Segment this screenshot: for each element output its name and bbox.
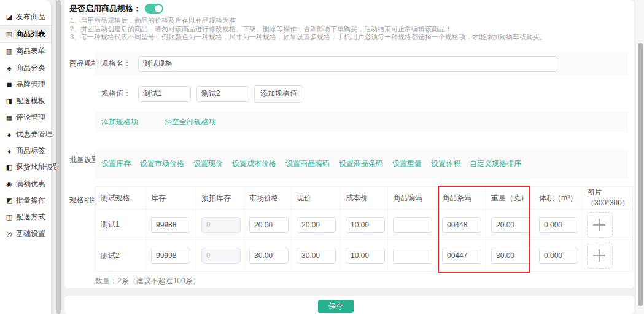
- page-scrollbar-track[interactable]: [636, 0, 644, 314]
- barcode-input[interactable]: [442, 248, 481, 264]
- image-upload-plus-icon[interactable]: [587, 212, 613, 238]
- product-code-input[interactable]: [393, 217, 432, 233]
- cost-price-input[interactable]: [346, 248, 385, 264]
- volume-input[interactable]: [539, 248, 578, 264]
- weight-input[interactable]: [491, 248, 530, 264]
- barcode-input[interactable]: [442, 217, 481, 233]
- spec-help-notes: 1、启用商品规格后，商品的价格及库存以商品规格为准 2、拼团活动创建后的商品，请…: [70, 17, 546, 42]
- sidebar-item-label: 批量操作: [16, 195, 45, 206]
- market-cell: [244, 210, 292, 240]
- category-tree-icon: ♣: [6, 65, 13, 72]
- table-header-cell: 图片（300*300）: [582, 187, 632, 210]
- spec-value-input[interactable]: [138, 86, 191, 102]
- table-header-cell: 重量（克）: [486, 187, 534, 210]
- market-price-input[interactable]: [249, 248, 289, 264]
- image-cell: [582, 210, 632, 240]
- stock-input[interactable]: [151, 248, 190, 264]
- batch-setting-link[interactable]: 设置重量: [392, 159, 422, 169]
- batch-section-label: 批量设置: [69, 155, 99, 165]
- batch-setting-link[interactable]: 设置商品条码: [339, 159, 383, 169]
- sidebar-item-goods-list[interactable]: ▤商品列表: [0, 25, 51, 43]
- table-header-cell: 现价: [292, 187, 341, 210]
- sidebar-scrollbar[interactable]: [56, 0, 61, 314]
- image-upload-plus-icon[interactable]: [587, 243, 613, 269]
- volume-input[interactable]: [539, 217, 578, 233]
- volume-cell: [534, 210, 582, 240]
- save-button[interactable]: 保存: [318, 300, 354, 313]
- sidebar-item-label: 商品列表: [16, 29, 45, 39]
- truck-icon: ◨: [6, 97, 13, 105]
- product-code-input[interactable]: [393, 248, 432, 264]
- cost-price-input[interactable]: [346, 217, 385, 233]
- discount-icon: ◉: [6, 180, 13, 188]
- table-header-cell: 商品条码: [437, 187, 486, 210]
- spec-links-row: 添加规格项 清空全部规格项: [95, 112, 628, 132]
- note-line: 2、拼团活动创建后的商品，请勿对该商品进行修改规格、下架、删除等操作，否则影响下…: [70, 25, 546, 34]
- batch-setting-link[interactable]: 自定义规格排序: [470, 159, 521, 169]
- stock-input[interactable]: [151, 217, 190, 233]
- sidebar-item-delivery-method[interactable]: ◫配送方式: [0, 209, 51, 226]
- image-cell: [582, 240, 632, 271]
- sidebar-item-batch-operation[interactable]: ◩批量操作: [0, 192, 51, 209]
- weight-cell: [486, 210, 534, 240]
- page-scrollbar-thumb[interactable]: [638, 43, 643, 306]
- sidebar-item-label: 商品表单: [16, 46, 45, 57]
- sidebar-item-brand-manage[interactable]: ◼品牌管理: [0, 76, 51, 93]
- sidebar-item-full-discount[interactable]: ◉满额优惠: [0, 176, 51, 192]
- table-header-cell: 体积（m³）: [534, 187, 582, 210]
- spec-name-label: 规格名：: [101, 58, 131, 69]
- price-input[interactable]: [297, 248, 336, 264]
- sidebar-item-label: 商品分类: [16, 63, 45, 73]
- price-cell: [292, 210, 341, 240]
- address-truck-icon: ◧: [6, 163, 13, 171]
- reserved-stock-input: [201, 217, 241, 233]
- tag-icon: ♦: [6, 147, 13, 155]
- sidebar-item-label: 发布商品: [16, 12, 45, 22]
- sidebar-item-return-address[interactable]: ◧退货地址设置: [0, 159, 51, 176]
- reserved-cell: [196, 240, 244, 271]
- batch-setting-link[interactable]: 设置商品编码: [285, 159, 330, 169]
- sidebar-item-label: 商品标签: [16, 146, 45, 156]
- enable-spec-label: 是否启用商品规格：: [69, 3, 141, 14]
- footer-bar: 保存: [64, 296, 634, 314]
- spec-name-cell: 测试2: [96, 240, 146, 271]
- comment-icon: ▦: [6, 114, 13, 122]
- stock-cell: [146, 210, 196, 240]
- clear-all-spec-link[interactable]: 清空全部规格项: [165, 117, 216, 127]
- sidebar-item-review-manage[interactable]: ▦评论管理: [0, 109, 51, 126]
- price-input[interactable]: [297, 217, 336, 233]
- code-cell: [388, 210, 437, 240]
- spec-values-row: 规格值： 添加规格值: [95, 76, 628, 112]
- enable-spec-toggle[interactable]: [145, 4, 163, 14]
- batch-setting-link[interactable]: 设置现价: [193, 159, 223, 169]
- batch-setting-link[interactable]: 设置成本价格: [232, 159, 276, 169]
- weight-input[interactable]: [491, 217, 530, 233]
- volume-cell: [534, 240, 582, 271]
- sidebar-item-delivery-template[interactable]: ◨配送模板: [0, 93, 51, 109]
- add-spec-item-link[interactable]: 添加规格项: [101, 117, 138, 127]
- cost-cell: [341, 240, 388, 271]
- sidebar-item-publish-goods[interactable]: ◪发布商品: [0, 9, 51, 25]
- stock-cell: [146, 240, 196, 271]
- spec-value-input[interactable]: [196, 86, 249, 102]
- batch-icon: ◩: [6, 197, 13, 205]
- sidebar-item-goods-form[interactable]: ▥商品表单: [0, 43, 51, 60]
- sidebar-item-basic-settings[interactable]: ◎基础设置: [0, 226, 51, 242]
- market-price-input[interactable]: [249, 217, 289, 233]
- spec-name-input[interactable]: [138, 56, 557, 72]
- row-count-note: 数量：2条（建议不超过100条）: [95, 276, 200, 286]
- coupon-icon: ♠: [6, 131, 13, 138]
- sidebar-item-goods-category[interactable]: ♣商品分类: [0, 60, 51, 76]
- add-spec-value-button[interactable]: 添加规格值: [254, 85, 303, 103]
- market-cell: [244, 240, 292, 271]
- spec-name-row: 规格名：: [95, 52, 628, 76]
- batch-setting-link[interactable]: 设置市场价格: [140, 159, 184, 169]
- sidebar-item-coupon-manage[interactable]: ♠优惠券管理: [0, 126, 51, 143]
- spec-name-cell: 测试1: [96, 210, 146, 240]
- sidebar-item-goods-tags[interactable]: ♦商品标签: [0, 143, 51, 159]
- sidebar: ◪发布商品▤商品列表▥商品表单♣商品分类◼品牌管理◨配送模板▦评论管理♠优惠券管…: [0, 0, 52, 314]
- batch-setting-link[interactable]: 设置体积: [431, 159, 460, 169]
- code-cell: [388, 240, 437, 271]
- batch-setting-link[interactable]: 设置库存: [101, 159, 131, 169]
- sidebar-item-label: 评论管理: [16, 112, 45, 123]
